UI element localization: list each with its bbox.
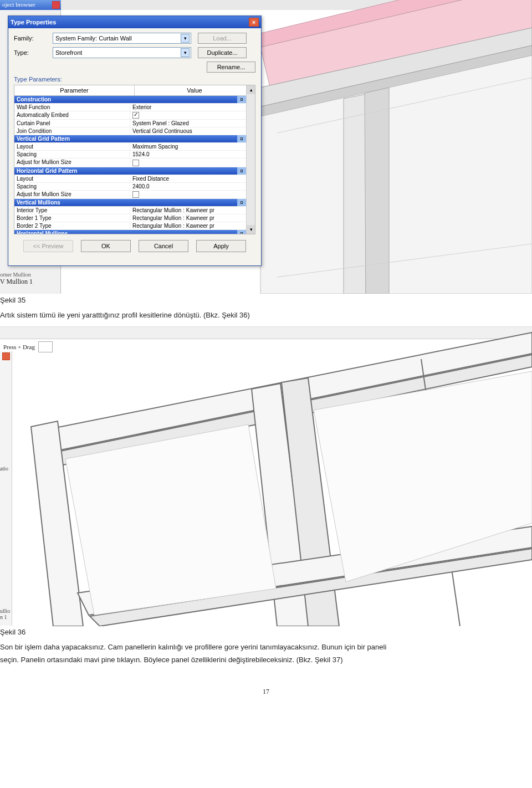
section-vertical-grid[interactable]: Vertical Grid Pattern¤ <box>14 135 246 143</box>
column-value: Value <box>135 85 255 95</box>
close-icon[interactable]: × <box>249 18 259 27</box>
cancel-button[interactable]: Cancel <box>139 240 188 252</box>
param-row[interactable]: Adjust for Mullion Size <box>14 158 246 167</box>
project-browser-title: oject browser <box>0 0 61 10</box>
family-value: System Family: Curtain Wall <box>55 35 132 42</box>
param-row[interactable]: Join ConditionVertical Grid Continuous <box>14 127 246 135</box>
rename-button[interactable]: Rename... <box>207 62 255 73</box>
body-paragraph-1: Artık sistem tümü ile yeni yaratttığınız… <box>0 310 521 321</box>
page-number: 17 <box>0 688 532 696</box>
ok-button[interactable]: OK <box>81 240 131 252</box>
param-row[interactable]: Automatically Embed <box>14 111 246 120</box>
type-parameters-grid[interactable]: Parameter Value ▴ ▾ Construction¤ Wall F… <box>14 85 255 234</box>
checkbox-icon[interactable] <box>132 191 139 198</box>
body-paragraph-2b: seçin. Panelin ortasındaki mavi pine tık… <box>0 654 521 666</box>
project-browser-close-icon[interactable] <box>52 1 60 9</box>
dialog-titlebar[interactable]: Type Properties × <box>8 16 261 28</box>
scroll-down-icon[interactable]: ▾ <box>247 225 255 234</box>
param-row[interactable]: Adjust for Mullion Size <box>14 191 246 199</box>
type-dropdown[interactable]: Storefront ▾ <box>53 47 191 58</box>
section-vertical-mullions[interactable]: Vertical Mullions¤ <box>14 199 246 207</box>
browser-item-v-mullion[interactable]: V Mullion 1 <box>0 278 33 286</box>
section-horizontal-grid[interactable]: Horizontal Grid Pattern¤ <box>14 167 246 175</box>
family-dropdown[interactable]: System Family: Curtain Wall ▾ <box>53 33 191 44</box>
param-row[interactable]: Interior TypeRectangular Mullion : Kawne… <box>14 207 246 214</box>
param-row[interactable]: LayoutMaximum Spacing <box>14 143 246 151</box>
param-row[interactable]: Spacing1524.0 <box>14 151 246 158</box>
svg-marker-5 <box>344 94 366 294</box>
browser-item-corner-mullion[interactable]: orner Mullion <box>0 272 33 278</box>
apply-button[interactable]: Apply <box>196 240 246 252</box>
scroll-up-icon[interactable]: ▴ <box>247 85 255 94</box>
chevron-down-icon: ▾ <box>181 48 190 57</box>
figure-35-caption: Şekil 35 <box>0 296 532 304</box>
dialog-title: Type Properties <box>11 19 56 25</box>
param-row[interactable]: Spacing2400.0 <box>14 183 246 191</box>
param-row[interactable]: Border 2 TypeRectangular Mullion : Kawne… <box>14 222 246 230</box>
type-label: Type: <box>14 49 53 56</box>
section-horizontal-mullions[interactable]: Horizontal Mullions¤ <box>14 230 246 234</box>
viewport-figure-35: oject browser orner Mullion V Mullion 1 … <box>0 0 532 294</box>
load-button[interactable]: Load... <box>198 33 247 44</box>
param-row[interactable]: Wall FunctionExterior <box>14 104 246 111</box>
svg-marker-17 <box>65 424 276 615</box>
preview-button[interactable]: << Preview <box>23 240 73 252</box>
checkbox-icon[interactable] <box>132 160 139 166</box>
chevron-down-icon: ▾ <box>181 34 190 43</box>
grid-scrollbar[interactable]: ▴ ▾ <box>246 85 255 234</box>
figure-36-caption: Şekil 36 <box>0 628 532 636</box>
curtain-wall-wireframe <box>0 327 532 626</box>
body-paragraph-2a: Son bir işlem daha yapacaksınız. Cam pan… <box>0 642 521 653</box>
param-row[interactable]: LayoutFixed Distance <box>14 175 246 183</box>
duplicate-button[interactable]: Duplicate... <box>198 47 247 58</box>
param-row[interactable]: Border 1 TypeRectangular Mullion : Kawne… <box>14 214 246 222</box>
type-properties-dialog: Type Properties × Family: System Family:… <box>8 16 262 266</box>
browser-tree-fragment: orner Mullion V Mullion 1 <box>0 272 33 286</box>
viewport-figure-36: Press + Drag atio ullio n 1 <box>0 326 532 626</box>
family-label: Family: <box>14 35 53 42</box>
section-construction[interactable]: Construction¤ <box>14 96 246 104</box>
type-value: Storefront <box>55 49 82 56</box>
checkbox-icon[interactable] <box>132 112 139 119</box>
column-parameter: Parameter <box>14 85 135 95</box>
type-parameters-label: Type Parameters: <box>14 76 255 83</box>
param-row[interactable]: Curtain PanelSystem Panel : Glazed <box>14 120 246 127</box>
